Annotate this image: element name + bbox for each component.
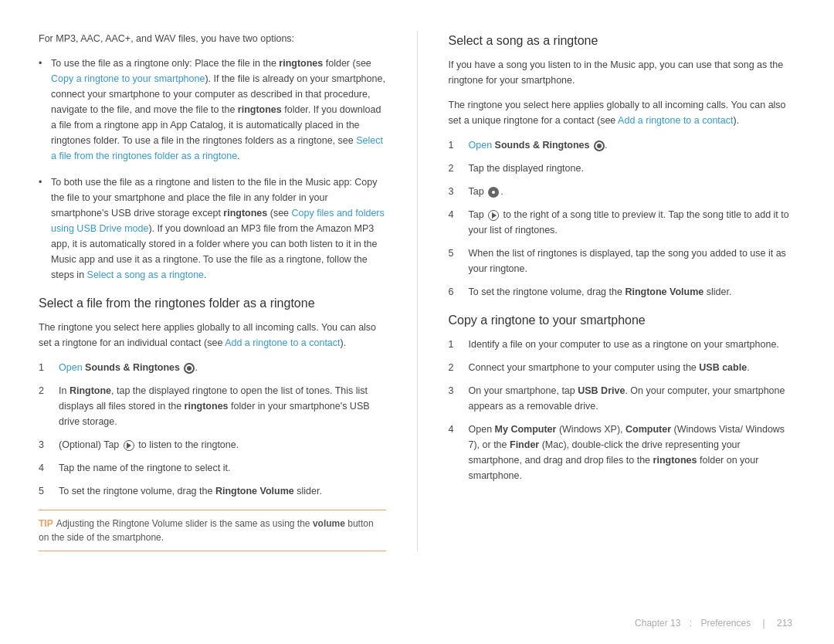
tap-icon	[488, 187, 499, 198]
section-label: Preferences	[700, 618, 751, 629]
right-section1-intro2: The ringtone you select here applies glo…	[449, 97, 796, 128]
step-r2-3: 3 On your smartphone, tap USB Drive. On …	[449, 383, 796, 414]
footer-separator: :	[690, 618, 695, 629]
copy-files-link[interactable]: Copy files and folders using USB Drive m…	[51, 208, 385, 234]
step-r2-1: 1 Identify a file on your computer to us…	[449, 337, 796, 352]
add-ringtone-contact-link1[interactable]: Add a ringtone to a contact	[225, 337, 340, 348]
list-item: To both use the file as a ringtone and l…	[39, 175, 386, 283]
step-r1-1: 1 Open Sounds & Ringtones .	[449, 137, 796, 153]
right-section1-intro1: If you have a song you listen to in the …	[449, 57, 796, 88]
select-song-link1[interactable]: Select a song as a ringtone	[87, 269, 205, 280]
add-ringtone-contact-link2[interactable]: Add a ringtone to a contact	[618, 115, 733, 126]
tip-box: TIPAdjusting the Ringtone Volume slider …	[39, 510, 386, 551]
right-section2-title: Copy a ringtone to your smartphone	[449, 314, 796, 327]
left-section-title: Select a file from the ringtones folder …	[39, 297, 386, 310]
play-circle-icon	[488, 210, 499, 221]
sounds-icon	[184, 363, 195, 374]
right-column: Select a song as a ringtone If you have …	[417, 31, 796, 551]
left-section-intro: The ringtone you select here applies glo…	[39, 320, 386, 351]
footer: Chapter 13 : Preferences | 213	[632, 618, 795, 629]
list-item: To use the file as a ringtone only: Plac…	[39, 56, 386, 164]
left-column: For MP3, AAC, AAC+, and WAV files, you h…	[39, 31, 386, 551]
intro-text: For MP3, AAC, AAC+, and WAV files, you h…	[39, 31, 386, 46]
right-steps-list1: 1 Open Sounds & Ringtones . 2 Tap the di…	[449, 137, 796, 300]
tip-label: TIP	[39, 518, 53, 529]
select-file-link1[interactable]: Select a file from the ringtones folder …	[51, 135, 383, 161]
step-r2-4: 4 Open My Computer (Windows XP), Compute…	[449, 422, 796, 483]
chapter-label: Chapter 13	[635, 618, 680, 629]
step-4: 4 Tap the name of the ringtone to select…	[39, 460, 386, 476]
open-label2: Open	[469, 140, 493, 151]
sounds-icon2	[594, 141, 605, 151]
step-r2-2: 2 Connect your smartphone to your comput…	[449, 360, 796, 375]
step-5: 5 To set the ringtone volume, drag the R…	[39, 483, 386, 499]
page-separator: |	[763, 618, 765, 629]
play-icon	[124, 440, 134, 451]
step-r1-5: 5 When the list of ringtones is displaye…	[449, 246, 796, 276]
step-r1-2: 2 Tap the displayed ringtone.	[449, 161, 796, 176]
page-number: 213	[777, 618, 792, 629]
step-r1-6: 6 To set the ringtone volume, drag the R…	[449, 284, 796, 300]
step-r1-3: 3 Tap .	[449, 184, 796, 199]
left-steps-list: 1 Open Sounds & Ringtones . 2 In Rington…	[39, 360, 386, 499]
right-steps-list2: 1 Identify a file on your computer to us…	[449, 337, 796, 483]
step-r1-4: 4 Tap to the right of a song title to pr…	[449, 207, 796, 238]
copy-ringtone-link[interactable]: Copy a ringtone to your smartphone	[51, 73, 205, 84]
page: For MP3, AAC, AAC+, and WAV files, you h…	[0, 0, 834, 644]
right-section1-title: Select a song as a ringtone	[449, 34, 796, 48]
step-3: 3 (Optional) Tap to listen to the ringto…	[39, 437, 386, 452]
bullet-list: To use the file as a ringtone only: Plac…	[39, 56, 386, 283]
step-2: 2 In Ringtone, tap the displayed rington…	[39, 383, 386, 429]
open-label: Open	[59, 362, 83, 373]
step-1: 1 Open Sounds & Ringtones .	[39, 360, 386, 375]
